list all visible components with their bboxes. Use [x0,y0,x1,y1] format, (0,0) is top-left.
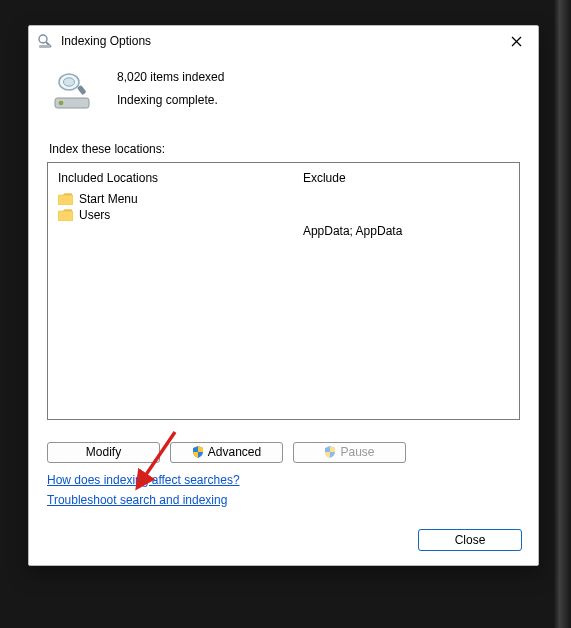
folder-icon [58,209,73,221]
list-item-label: Start Menu [79,191,138,207]
indexing-state: Indexing complete. [117,89,224,112]
uac-shield-icon [324,446,336,458]
desktop-backdrop: Indexing Options 8,020 items indexe [0,0,571,628]
magnifier-drive-icon [51,70,95,110]
svg-rect-11 [58,211,73,221]
button-label: Modify [86,445,121,459]
locations-label: Index these locations: [49,142,522,156]
button-label: Pause [340,445,374,459]
links: How does indexing affect searches? Troub… [47,473,522,507]
svg-point-6 [64,78,75,86]
exclude-column: Exclude AppData; AppData [293,163,519,419]
status-row: 8,020 items indexed Indexing complete. [51,66,522,112]
how-affects-searches-link[interactable]: How does indexing affect searches? [47,473,240,487]
button-row: Modify Advanced Pause [47,442,520,463]
folder-icon [58,193,73,205]
exclude-value: AppData; AppData [303,224,509,238]
svg-point-9 [59,101,64,105]
list-item[interactable]: Users [58,207,283,223]
button-label: Advanced [208,445,261,459]
exclude-value [303,208,509,224]
locations-list: Included Locations Start Menu U [47,162,520,420]
list-item[interactable]: Start Menu [58,191,283,207]
advanced-button[interactable]: Advanced [170,442,283,463]
status-text: 8,020 items indexed Indexing complete. [117,66,224,112]
included-header: Included Locations [58,171,283,185]
window-close-button[interactable] [494,26,538,56]
svg-point-0 [39,35,47,43]
pause-button: Pause [293,442,406,463]
indexing-options-dialog: Indexing Options 8,020 items indexe [28,25,539,566]
exclude-header: Exclude [303,171,509,185]
uac-shield-icon [192,446,204,458]
modify-button[interactable]: Modify [47,442,160,463]
svg-rect-10 [58,195,73,205]
included-column: Included Locations Start Menu U [48,163,293,419]
svg-rect-2 [39,45,50,48]
svg-rect-7 [77,85,86,95]
troubleshoot-link[interactable]: Troubleshoot search and indexing [47,493,227,507]
dialog-content: 8,020 items indexed Indexing complete. I… [29,56,538,565]
list-item-label: Users [79,207,110,223]
close-icon [511,36,522,47]
title-text: Indexing Options [61,34,151,48]
titlebar: Indexing Options [29,26,538,56]
indexing-options-icon [37,33,53,49]
close-button[interactable]: Close [418,529,522,551]
button-label: Close [455,533,486,547]
items-indexed-count: 8,020 items indexed [117,66,224,89]
